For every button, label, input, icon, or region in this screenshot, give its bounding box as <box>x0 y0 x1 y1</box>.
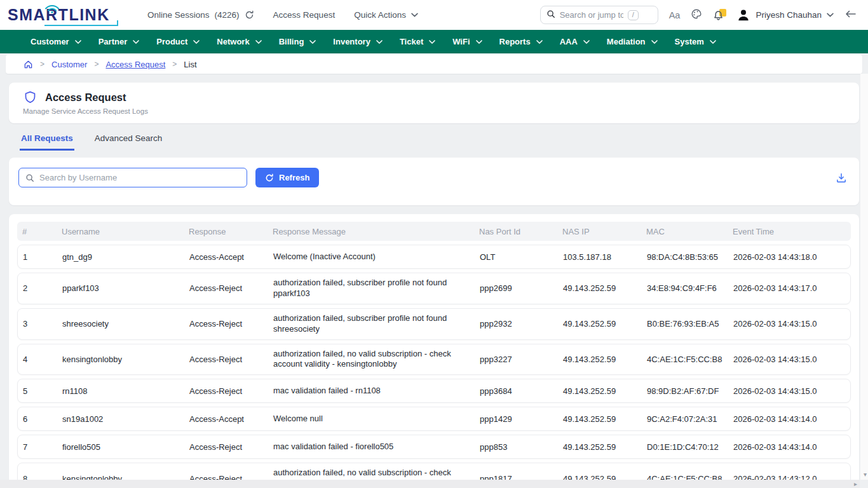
back-arrow-button[interactable] <box>844 9 857 21</box>
notifications-button[interactable] <box>713 9 726 22</box>
cell-event-time: 2026-02-03 14:43:15.0 <box>728 352 850 367</box>
cell-username: gtn_dg9 <box>57 250 184 264</box>
cell-response: Access-Accept <box>184 250 268 264</box>
breadcrumb-item-access-request[interactable]: Access Request <box>105 60 165 69</box>
page-header-card: Access Request Manage Service Access Req… <box>9 83 859 123</box>
wifi-icon <box>44 3 60 16</box>
nav-item-system[interactable]: System <box>675 37 716 46</box>
theme-palette-button[interactable] <box>691 8 702 22</box>
cell-response: Access-Reject <box>184 281 268 295</box>
nav-item-wifi[interactable]: WiFi <box>452 37 482 46</box>
nav-item-billing[interactable]: Billing <box>279 37 316 46</box>
nav-item-label: Reports <box>499 37 531 46</box>
horizontal-scrollbar[interactable]: ▸ <box>0 480 860 488</box>
cell-event-time: 2026-02-03 14:43:14.0 <box>728 440 850 454</box>
breadcrumb-separator: > <box>172 60 177 69</box>
page-title: Access Request <box>45 92 126 104</box>
chevron-down-icon <box>255 40 262 44</box>
column-header-mac: MAC <box>641 227 728 236</box>
table-row[interactable]: 4kensingtonlobbyAccess-Rejectauthorizati… <box>17 344 851 376</box>
shield-icon <box>23 90 37 105</box>
chevron-down-icon <box>429 40 435 44</box>
tab-advanced-search[interactable]: Advanced Search <box>93 131 164 151</box>
nav-item-partner[interactable]: Partner <box>98 37 140 46</box>
cell-response: Access-Reject <box>184 440 268 454</box>
scroll-down-arrow[interactable]: ▾ <box>864 471 867 478</box>
access-request-page: { "colors": { "nav_green": "#00745c", "a… <box>0 0 868 488</box>
table-row[interactable]: 6sn19a1002Access-AcceptWelcome nullppp14… <box>17 407 851 431</box>
nav-item-label: Partner <box>98 37 128 46</box>
table-row[interactable]: 2pparkf103Access-Rejectauthorization fai… <box>17 273 851 304</box>
chevron-down-icon <box>583 40 590 44</box>
cell-message: Welcome (Inactive Account) <box>268 247 475 267</box>
table-row[interactable]: 5rn1108Access-Rejectmac validation faile… <box>17 379 851 403</box>
cell-nas-ip: 49.143.252.59 <box>558 316 642 331</box>
smartlink-logo[interactable]: SMARTLINK <box>8 6 121 24</box>
online-sessions[interactable]: Online Sessions (4226) <box>147 10 254 20</box>
cell-username: fiorello505 <box>57 440 184 454</box>
cell-num: 6 <box>18 412 57 426</box>
app-header: SMARTLINK Online Sessions (4226) Access … <box>0 0 868 30</box>
nav-item-ticket[interactable]: Ticket <box>400 37 435 46</box>
nav-item-product[interactable]: Product <box>156 37 200 46</box>
nav-item-label: Product <box>156 37 187 46</box>
access-request-link[interactable]: Access Request <box>273 10 336 20</box>
breadcrumb-separator: > <box>94 60 98 69</box>
quick-actions-menu[interactable]: Quick Actions <box>354 10 418 20</box>
nav-item-aaa[interactable]: AAA <box>560 37 590 46</box>
main-nav: CustomerPartnerProductNetworkBillingInve… <box>0 30 868 53</box>
nav-item-customer[interactable]: Customer <box>31 37 81 46</box>
cell-nas-ip: 49.143.252.59 <box>558 384 642 398</box>
cell-event-time: 2026-02-03 14:43:18.0 <box>728 250 850 264</box>
online-sessions-count: (4226) <box>215 10 240 20</box>
cell-message: authorization failed, subscriber profile… <box>268 273 475 304</box>
chevron-down-icon <box>476 40 482 44</box>
download-button[interactable] <box>836 172 850 184</box>
refresh-button[interactable]: Refresh <box>255 168 319 187</box>
column-header-event-time: Event Time <box>728 227 851 236</box>
cell-message: authorization failed, no valid subscript… <box>268 344 475 375</box>
cell-mac: B0:BE:76:93:EB:A5 <box>642 316 728 331</box>
nav-item-reports[interactable]: Reports <box>499 37 543 46</box>
access-request-table: #UsernameResponseResponse MessageNas Por… <box>9 214 859 488</box>
nav-item-mediation[interactable]: Mediation <box>607 37 658 46</box>
chevron-down-icon <box>827 13 834 17</box>
tab-all-requests[interactable]: All Requests <box>20 131 74 151</box>
table-row[interactable]: 3shreesocietyAccess-Rejectauthorization … <box>17 308 851 340</box>
global-search[interactable]: / <box>540 6 658 24</box>
nav-item-label: AAA <box>560 37 578 46</box>
username-search[interactable] <box>18 168 247 187</box>
cell-message: Welcome null <box>268 409 475 429</box>
search-icon <box>546 10 555 21</box>
vertical-scrollbar[interactable] <box>860 74 868 480</box>
nav-item-inventory[interactable]: Inventory <box>333 37 383 46</box>
nav-item-network[interactable]: Network <box>217 37 261 46</box>
scroll-right-arrow[interactable]: ▸ <box>854 481 857 487</box>
table-row[interactable]: 7fiorello505Access-Rejectmac validation … <box>17 435 851 459</box>
username-search-input[interactable] <box>39 173 240 182</box>
cell-mac: 98:DA:C4:8B:53:65 <box>642 250 728 264</box>
page-content: Access Request Manage Service Access Req… <box>0 74 868 488</box>
cell-response: Access-Reject <box>184 316 268 331</box>
search-shortcut-key: / <box>628 10 639 20</box>
cell-event-time: 2026-02-03 14:43:15.0 <box>728 316 850 331</box>
breadcrumb: >Customer>Access Request>List <box>6 55 862 74</box>
nav-item-label: Customer <box>31 37 69 46</box>
cell-nas-port-id: ppp2699 <box>475 281 558 295</box>
home-icon[interactable] <box>24 60 33 69</box>
column-header-response: Response <box>184 227 268 236</box>
cell-nas-port-id: OLT <box>475 250 558 264</box>
refresh-icon[interactable] <box>245 10 254 20</box>
table-row[interactable]: 1gtn_dg9Access-AcceptWelcome (Inactive A… <box>17 245 851 269</box>
cell-username: sn19a1002 <box>57 412 184 426</box>
column-header-nas-port-id: Nas Port Id <box>474 227 557 236</box>
font-size-button[interactable]: Aa <box>669 10 681 20</box>
breadcrumb-item-list: List <box>184 60 196 69</box>
column-header-nas-ip: NAS IP <box>557 227 641 236</box>
nav-item-label: Network <box>217 37 249 46</box>
user-menu[interactable]: Priyesh Chauhan <box>736 8 834 22</box>
chevron-down-icon <box>651 40 658 44</box>
global-search-input[interactable] <box>560 10 623 20</box>
breadcrumb-item-customer[interactable]: Customer <box>51 60 87 69</box>
cell-nas-ip: 49.143.252.59 <box>558 352 642 367</box>
